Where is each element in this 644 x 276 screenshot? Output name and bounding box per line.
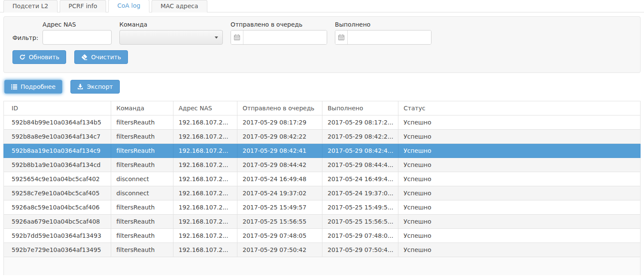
- nas-address-label: Адрес NAS: [43, 21, 112, 28]
- clear-button[interactable]: Очистить: [74, 50, 128, 64]
- command-label: Команда: [119, 21, 223, 28]
- cell-queued: 2017-05-29 08:44:42: [237, 158, 322, 172]
- cell-done: 2017-05-25 15:49:5...: [322, 200, 398, 215]
- calendar-icon: [338, 34, 345, 41]
- cell-status: Успешно: [398, 200, 641, 215]
- cell-status: Успешно: [398, 243, 641, 257]
- cell-command: disconnect: [111, 172, 173, 186]
- cell-id: 592b8aa19e10a0364af134c9: [4, 144, 111, 158]
- tab-pcrf-info[interactable]: PCRF info: [60, 0, 106, 12]
- queued-date-input[interactable]: [243, 30, 327, 44]
- cell-status: Успешно: [398, 215, 641, 229]
- cell-id: 5926a8c59e10a04bc5caf406: [4, 200, 111, 215]
- done-date-label: Выполнено: [335, 21, 431, 28]
- cell-queued: 2017-05-24 16:49:48: [237, 172, 322, 186]
- cell-command: filtersReauth: [111, 158, 173, 172]
- cell-id: 592b7dd59e10a0364af13493: [4, 229, 111, 243]
- export-button-label: Экспорт: [87, 84, 113, 90]
- cell-status: Успешно: [398, 144, 641, 158]
- list-icon: [11, 84, 17, 90]
- cell-id: 5926aa679e10a04bc5caf408: [4, 215, 111, 229]
- cell-id: 592b8a8e9e10a0364af134c7: [4, 130, 111, 144]
- table-row[interactable]: 592b7dd59e10a0364af13493filtersReauth192…: [4, 229, 641, 243]
- eraser-icon: [81, 54, 88, 60]
- cell-queued: 2017-05-29 08:42:41: [237, 144, 322, 158]
- cell-nas: 192.168.107.2...: [173, 243, 237, 257]
- table-header-row: ID Команда Адрес NAS Отправлено в очеред…: [4, 101, 641, 115]
- refresh-button[interactable]: Обновить: [12, 50, 66, 64]
- tab-podseti-l2[interactable]: Подсети L2: [3, 0, 58, 12]
- column-header-id: ID: [4, 101, 111, 115]
- cell-status: Успешно: [398, 186, 641, 200]
- table-row[interactable]: 5925654c9e10a04bc5caf402disconnect192.16…: [4, 172, 641, 186]
- command-field: Команда: [119, 21, 223, 45]
- cell-nas: 192.168.107.2...: [173, 200, 237, 215]
- tab-mac-adresa[interactable]: MAC адреса: [152, 0, 207, 12]
- table-row[interactable]: 5926aa679e10a04bc5caf408filtersReauth192…: [4, 215, 641, 229]
- cell-done: 2017-05-25 15:56:5...: [322, 215, 398, 229]
- table-empty-area: [3, 257, 641, 275]
- cell-nas: 192.168.107.2...: [173, 229, 237, 243]
- cell-command: filtersReauth: [111, 144, 173, 158]
- cell-command: disconnect: [111, 186, 173, 200]
- cell-nas: 192.168.107.2...: [173, 186, 237, 200]
- table-row[interactable]: 592b84b99e10a0364af134b5filtersReauth192…: [4, 115, 641, 130]
- cell-nas: 192.168.107.2...: [173, 144, 237, 158]
- cell-queued: 2017-05-29 08:17:29: [237, 115, 322, 130]
- cell-id: 592b7e729e10a0364af13495: [4, 243, 111, 257]
- cell-status: Успешно: [398, 158, 641, 172]
- cell-nas: 192.168.107.2...: [173, 130, 237, 144]
- cell-queued: 2017-05-29 07:48:05: [237, 229, 322, 243]
- details-button[interactable]: Подробнее: [4, 80, 62, 94]
- queued-calendar-addon[interactable]: [231, 30, 243, 44]
- table-body: 592b84b99e10a0364af134b5filtersReauth192…: [4, 115, 641, 257]
- column-header-command: Команда: [111, 101, 173, 115]
- table-row[interactable]: 5926a8c59e10a04bc5caf406filtersReauth192…: [4, 200, 641, 215]
- cell-queued: 2017-05-29 08:42:22: [237, 130, 322, 144]
- calendar-icon: [234, 34, 240, 41]
- cell-status: Успешно: [398, 172, 641, 186]
- cell-queued: 2017-05-24 19:37:02: [237, 186, 322, 200]
- cell-command: filtersReauth: [111, 215, 173, 229]
- table-row[interactable]: 592b8aa19e10a0364af134c9filtersReauth192…: [4, 144, 641, 158]
- tab-bar: Подсети L2 PCRF info CoA log MAC адреса: [0, 0, 644, 12]
- cell-nas: 192.168.107.2...: [173, 215, 237, 229]
- details-button-label: Подробнее: [21, 84, 55, 90]
- cell-done: 2017-05-29 08:42:4...: [322, 144, 398, 158]
- refresh-button-label: Обновить: [29, 54, 59, 60]
- nas-address-field: Адрес NAS: [43, 21, 112, 45]
- table-row[interactable]: 59258c7e9e10a04bc5caf405disconnect192.16…: [4, 186, 641, 200]
- cell-queued: 2017-05-25 15:56:55: [237, 215, 322, 229]
- cell-done: 2017-05-29 07:48:0...: [322, 229, 398, 243]
- filter-panel: Фильтр: Адрес NAS Команда Отправлено в о…: [3, 16, 641, 73]
- refresh-icon: [19, 54, 25, 60]
- table-row[interactable]: 592b7e729e10a0364af13495filtersReauth192…: [4, 243, 641, 257]
- column-header-done: Выполнено: [322, 101, 398, 115]
- nas-address-input[interactable]: [43, 30, 112, 45]
- cell-command: filtersReauth: [111, 130, 173, 144]
- cell-command: filtersReauth: [111, 229, 173, 243]
- queued-date-field: Отправлено в очередь: [231, 21, 327, 45]
- export-button[interactable]: Экспорт: [70, 80, 120, 94]
- table-row[interactable]: 592b8b1a9e10a0364af134cdfiltersReauth192…: [4, 158, 641, 172]
- cell-status: Успешно: [398, 229, 641, 243]
- cell-id: 59258c7e9e10a04bc5caf405: [4, 186, 111, 200]
- table-row[interactable]: 592b8a8e9e10a0364af134c7filtersReauth192…: [4, 130, 641, 144]
- done-calendar-addon[interactable]: [335, 30, 348, 44]
- filter-legend: Фильтр:: [12, 34, 38, 45]
- done-date-input[interactable]: [348, 30, 431, 44]
- tab-coa-log[interactable]: CoA log: [108, 0, 149, 12]
- cell-done: 2017-05-29 08:44:4...: [322, 158, 398, 172]
- cell-done: 2017-05-29 08:17:2...: [322, 115, 398, 130]
- cell-id: 5925654c9e10a04bc5caf402: [4, 172, 111, 186]
- cell-queued: 2017-05-25 15:49:57: [237, 200, 322, 215]
- download-icon: [77, 84, 83, 90]
- command-select[interactable]: [119, 30, 223, 45]
- cell-status: Успешно: [398, 115, 641, 130]
- cell-id: 592b84b99e10a0364af134b5: [4, 115, 111, 130]
- queued-date-label: Отправлено в очередь: [231, 21, 327, 28]
- cell-command: filtersReauth: [111, 243, 173, 257]
- cell-done: 2017-05-24 16:49:4...: [322, 172, 398, 186]
- cell-nas: 192.168.107.2...: [173, 172, 237, 186]
- cell-status: Успешно: [398, 130, 641, 144]
